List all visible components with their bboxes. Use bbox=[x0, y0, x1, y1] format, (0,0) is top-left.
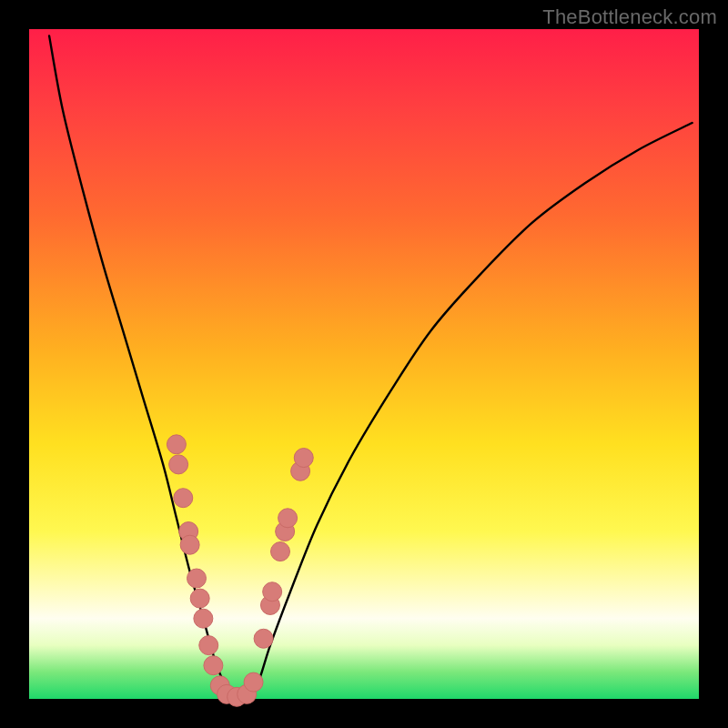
data-marker bbox=[187, 569, 207, 588]
data-marker bbox=[278, 509, 298, 528]
data-marker bbox=[167, 435, 186, 454]
curve-layer bbox=[49, 35, 693, 699]
data-marker bbox=[244, 672, 263, 692]
data-marker bbox=[174, 489, 193, 508]
data-marker bbox=[199, 636, 218, 655]
data-marker bbox=[180, 535, 199, 554]
data-marker bbox=[194, 609, 213, 628]
data-marker bbox=[169, 455, 188, 474]
watermark-text: TheBottleneck.com bbox=[542, 5, 717, 29]
data-marker bbox=[271, 542, 290, 561]
data-marker bbox=[294, 449, 313, 468]
data-marker bbox=[263, 582, 282, 602]
data-marker bbox=[204, 656, 223, 675]
data-marker bbox=[190, 589, 209, 608]
chart-frame bbox=[29, 29, 699, 699]
data-marker bbox=[254, 629, 273, 648]
bottleneck-chart bbox=[29, 29, 699, 699]
bottleneck-curve bbox=[49, 35, 693, 699]
